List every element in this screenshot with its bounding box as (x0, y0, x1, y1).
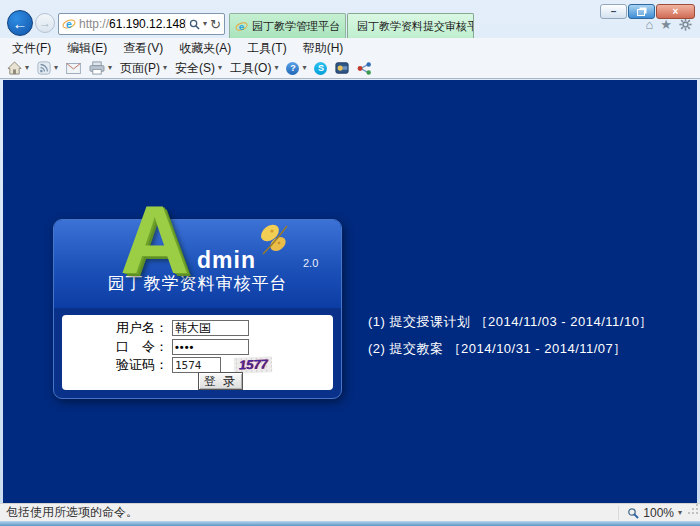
safety-menu-button[interactable]: 安全(S) ▾ (175, 60, 222, 77)
page-menu-label: 页面(P) (120, 60, 160, 77)
forward-button[interactable]: → (35, 13, 55, 33)
search-icon[interactable] (189, 19, 200, 30)
admin-logo-version: 2.0 (303, 257, 318, 269)
autocomplete-caret-icon[interactable]: ▾ (203, 20, 207, 28)
menu-tools[interactable]: 工具(T) (239, 40, 294, 57)
password-label: 口 令： (62, 338, 168, 356)
menu-favorites[interactable]: 收藏夹(A) (171, 40, 239, 57)
safety-menu-label: 安全(S) (175, 60, 215, 77)
window-controls: – × (600, 4, 695, 19)
captcha-row: 验证码： 1577 (62, 357, 333, 373)
tools-menu-button[interactable]: 工具(O) ▾ (230, 60, 278, 77)
menu-bar: 文件(F) 编辑(E) 查看(V) 收藏夹(A) 工具(T) 帮助(H) (0, 38, 700, 58)
home-icon[interactable]: ⌂ (645, 18, 653, 31)
login-button[interactable]: 登 录 (198, 372, 243, 390)
read-mail-button[interactable] (66, 63, 81, 74)
username-row: 用户名： (62, 320, 333, 336)
caret-down-icon: ▾ (163, 64, 167, 72)
tab-review-platform-active[interactable]: e 园丁教学资料提交审核平台 × (347, 13, 474, 38)
restore-icon (637, 9, 645, 16)
url-prefix: http:// (79, 17, 109, 31)
mail-icon (66, 63, 81, 74)
navigation-bar: ← → e http://61.190.12.148/webzlcj/logi … (0, 8, 700, 38)
close-button[interactable]: × (656, 4, 695, 19)
menu-view[interactable]: 查看(V) (115, 40, 171, 57)
username-input[interactable] (172, 320, 249, 336)
notice-list: (1) 提交授课计划 ［2014/11/03 - 2014/11/10］ (2)… (368, 308, 653, 362)
printer-icon (89, 61, 105, 75)
minimize-button[interactable]: – (600, 4, 627, 19)
toolbar-right-icons: ⌂ ★ (645, 18, 692, 31)
zoom-magnifier-icon (627, 507, 639, 519)
svg-text:e: e (66, 18, 72, 30)
browser-window: – × ← → e http://61.190.12.148/webzlcj/l… (0, 0, 700, 526)
caret-down-icon: ▾ (302, 64, 306, 72)
address-bar[interactable]: e http://61.190.12.148/webzlcj/logi ▾ ↻ (58, 13, 225, 35)
status-bar: 包括使用所选项的命令。 100% ▾ (0, 503, 700, 521)
caret-down-icon: ▾ (54, 64, 58, 72)
print-button[interactable]: ▾ (89, 61, 112, 75)
command-bar: ▾ ▾ ▾ 页面(P) ▾ (0, 58, 700, 79)
refresh-icon[interactable]: ↻ (210, 18, 221, 31)
help-icon: ? (286, 62, 299, 75)
username-label: 用户名： (62, 319, 168, 337)
menu-file[interactable]: 文件(F) (4, 40, 59, 57)
settings-gear-icon[interactable] (679, 18, 692, 31)
close-icon: × (673, 7, 679, 17)
caret-down-icon: ▾ (108, 64, 112, 72)
admin-logo-letter: A (120, 200, 189, 280)
rss-feed-icon (37, 61, 51, 75)
caret-down-icon: ▾ (218, 64, 222, 72)
caret-down-icon: ▾ (274, 64, 278, 72)
zoom-caret-icon: ▾ (678, 509, 682, 517)
back-button[interactable]: ← (7, 10, 33, 36)
platform-title: 园丁教学资料审核平台 (54, 272, 341, 295)
captcha-input[interactable] (172, 357, 221, 373)
admin-logo-text: dmin (197, 247, 256, 274)
login-panel: A dmin 2.0 园丁教学资料审核平台 用户名： (53, 219, 342, 399)
skype-icon: S (314, 62, 327, 75)
password-input[interactable] (172, 339, 249, 355)
page-menu-button[interactable]: 页面(P) ▾ (120, 60, 167, 77)
notice-item-1: (1) 提交授课计划 ［2014/11/03 - 2014/11/10］ (368, 308, 653, 335)
address-bar-buttons: ▾ ↻ (185, 18, 221, 31)
tab-label: 园丁教学管理平台 (252, 19, 340, 34)
login-form: 用户名： 口 令： 验证码： 1577 登 录 (62, 315, 333, 390)
addon-button-2[interactable] (357, 62, 372, 75)
feeds-button[interactable]: ▾ (37, 61, 58, 75)
notice-item-2: (2) 提交教案 ［2014/10/31 - 2014/11/07］ (368, 335, 653, 362)
url-host: 61.190.12.148 (109, 17, 185, 31)
help-menu-button[interactable]: ? ▾ (286, 62, 306, 75)
status-message: 包括使用所选项的命令。 (6, 504, 138, 521)
share-addon-icon (357, 62, 372, 75)
restore-button[interactable] (628, 4, 655, 19)
home-icon (7, 61, 22, 75)
window-frame-bottom (0, 521, 700, 526)
url-text[interactable]: http://61.190.12.148/webzlcj/logi (79, 17, 185, 31)
tab-label: 园丁教学资料提交审核平台 (357, 19, 474, 34)
forward-icon: → (39, 16, 51, 30)
zoom-level: 100% (643, 506, 674, 520)
caret-down-icon: ▾ (25, 64, 29, 72)
minimize-icon: – (611, 7, 617, 17)
home-menu-button[interactable]: ▾ (7, 61, 29, 75)
zoom-control[interactable]: 100% ▾ (618, 506, 682, 520)
skype-addon-button[interactable]: S (314, 62, 327, 75)
resize-grip[interactable] (687, 503, 699, 515)
menu-help[interactable]: 帮助(H) (295, 40, 352, 57)
ie-icon: e (62, 17, 76, 31)
captcha-label: 验证码： (62, 356, 168, 374)
back-icon: ← (13, 15, 28, 32)
page-content: A dmin 2.0 园丁教学资料审核平台 用户名： (3, 80, 697, 503)
login-panel-header: A dmin 2.0 园丁教学资料审核平台 (54, 220, 341, 308)
ie-icon: e (235, 20, 248, 33)
password-row: 口 令： (62, 339, 333, 355)
addon-icon (335, 61, 349, 75)
tools-menu-label: 工具(O) (230, 60, 271, 77)
butterfly-icon (257, 220, 293, 260)
favorites-star-icon[interactable]: ★ (660, 18, 672, 31)
tab-management-platform[interactable]: e 园丁教学管理平台 (229, 13, 346, 38)
addon-button-1[interactable] (335, 61, 349, 75)
svg-text:e: e (239, 20, 245, 31)
menu-edit[interactable]: 编辑(E) (59, 40, 115, 57)
